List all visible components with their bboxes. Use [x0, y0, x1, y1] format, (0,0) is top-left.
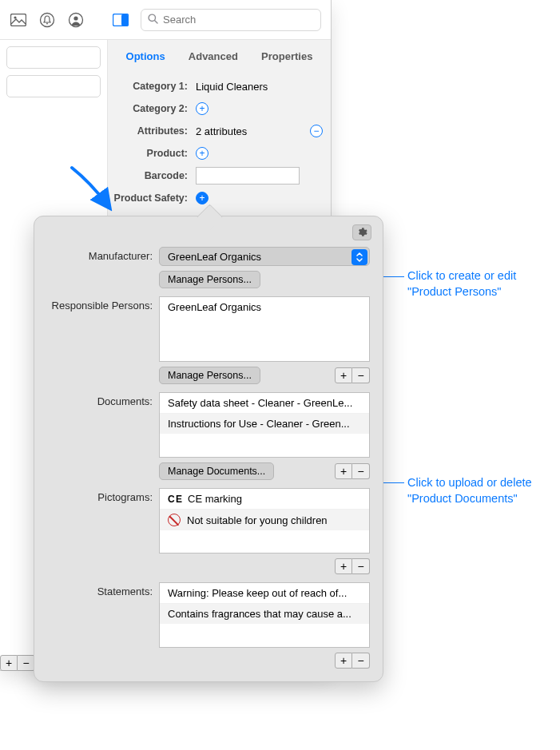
background-stepper: + − — [0, 655, 35, 671]
tab-options[interactable]: Options — [123, 46, 169, 67]
attributes-label: Attributes: — [108, 125, 193, 137]
bg-remove-button[interactable]: − — [18, 655, 35, 671]
svg-rect-0 — [11, 14, 26, 26]
statements-add-button[interactable]: + — [335, 653, 352, 669]
documents-remove-button[interactable]: − — [352, 463, 370, 479]
manage-persons-button-2[interactable]: Manage Persons... — [159, 367, 260, 384]
notification-icon[interactable] — [38, 11, 56, 29]
search-field[interactable] — [141, 9, 321, 31]
list-item[interactable]: Instructions for Use - Cleaner - Green..… — [160, 414, 369, 434]
inspector-tabs: Options Advanced Properties — [108, 40, 331, 72]
product-safety-popover: Manufacturer: GreenLeaf Organics Manage … — [34, 216, 383, 682]
svg-point-3 — [46, 22, 48, 24]
chevron-updown-icon — [351, 249, 367, 265]
responsible-persons-label: Responsible Persons: — [47, 296, 159, 312]
popover-settings-button[interactable] — [352, 224, 371, 240]
svg-point-5 — [73, 16, 77, 20]
documents-label: Documents: — [47, 392, 159, 407]
manufacturer-select[interactable]: GreenLeaf Organics — [159, 247, 370, 266]
picture-icon[interactable] — [10, 11, 27, 29]
product-label: Product: — [108, 148, 193, 159]
statements-remove-button[interactable]: − — [352, 653, 370, 669]
list-item[interactable]: GreenLeaf Organics — [160, 297, 369, 317]
tab-advanced[interactable]: Advanced — [185, 46, 241, 67]
responsible-add-button[interactable]: + — [335, 367, 352, 383]
documents-add-button[interactable]: + — [335, 463, 352, 479]
barcode-label: Barcode: — [108, 170, 193, 181]
search-icon — [148, 14, 158, 26]
responsible-remove-button[interactable]: − — [352, 367, 370, 383]
statements-label: Statements: — [47, 582, 159, 597]
responsible-persons-list[interactable]: GreenLeaf Organics — [159, 296, 370, 362]
barcode-input[interactable] — [196, 167, 300, 185]
options-form: Category 1: Liquid Cleaners Category 2: … — [108, 72, 331, 209]
list-item[interactable]: Contains fragrances that may cause a... — [160, 604, 369, 624]
callout-persons: Click to create or edit "Product Persons… — [407, 268, 551, 300]
category2-add-button[interactable]: + — [196, 102, 209, 115]
gear-icon — [356, 227, 367, 238]
person-icon[interactable] — [67, 11, 85, 29]
list-item[interactable]: Safety data sheet - Cleaner - GreenLe... — [160, 393, 369, 414]
list-item[interactable]: Not suitable for young children — [160, 510, 369, 530]
pictograms-remove-button[interactable]: − — [352, 558, 370, 574]
svg-rect-7 — [121, 14, 128, 26]
pictograms-label: Pictograms: — [47, 488, 159, 503]
pictogram-text: Not suitable for young children — [187, 514, 328, 526]
svg-point-2 — [41, 13, 54, 26]
sidebar-slot[interactable] — [6, 75, 101, 97]
pictograms-list[interactable]: C E CE marking Not suitable for young ch… — [159, 488, 370, 554]
category1-label: Category 1: — [108, 81, 193, 92]
list-item[interactable]: C E CE marking — [160, 489, 369, 510]
statements-list[interactable]: Warning: Please keep out of reach of... … — [159, 582, 370, 648]
documents-list[interactable]: Safety data sheet - Cleaner - GreenLe...… — [159, 392, 370, 458]
attributes-remove-button[interactable]: − — [310, 125, 323, 137]
statements-stepper: + − — [335, 653, 370, 669]
sidebar-slot[interactable] — [6, 46, 101, 69]
manage-documents-button[interactable]: Manage Documents... — [159, 462, 274, 480]
category1-value: Liquid Cleaners — [193, 75, 323, 97]
pictograms-stepper: + − — [335, 558, 370, 574]
toolbar — [0, 0, 331, 40]
product-safety-label: Product Safety: — [108, 192, 193, 204]
attributes-value: 2 attributes — [196, 125, 247, 137]
product-add-button[interactable]: + — [196, 147, 209, 160]
documents-stepper: + − — [335, 463, 370, 479]
tab-properties[interactable]: Properties — [258, 46, 316, 67]
product-safety-add-button[interactable]: + — [196, 192, 209, 204]
bg-add-button[interactable]: + — [0, 655, 18, 671]
responsible-stepper: + − — [335, 367, 370, 383]
pictogram-text: CE marking — [188, 493, 242, 505]
list-item[interactable]: Warning: Please keep out of reach of... — [160, 583, 369, 604]
manage-persons-button[interactable]: Manage Persons... — [159, 271, 260, 288]
svg-point-1 — [14, 16, 16, 18]
prohibit-icon — [168, 514, 181, 526]
manufacturer-value: GreenLeaf Organics — [168, 251, 261, 263]
ce-marking-icon: C E — [168, 494, 181, 505]
svg-line-9 — [155, 20, 158, 23]
search-input[interactable] — [163, 14, 314, 26]
pictograms-add-button[interactable]: + — [335, 558, 352, 574]
category2-label: Category 2: — [108, 103, 193, 114]
sidebar-toggle-icon[interactable] — [112, 11, 129, 29]
callout-documents: Click to upload or delete "Product Docum… — [407, 475, 551, 506]
manufacturer-label: Manufacturer: — [47, 247, 159, 262]
